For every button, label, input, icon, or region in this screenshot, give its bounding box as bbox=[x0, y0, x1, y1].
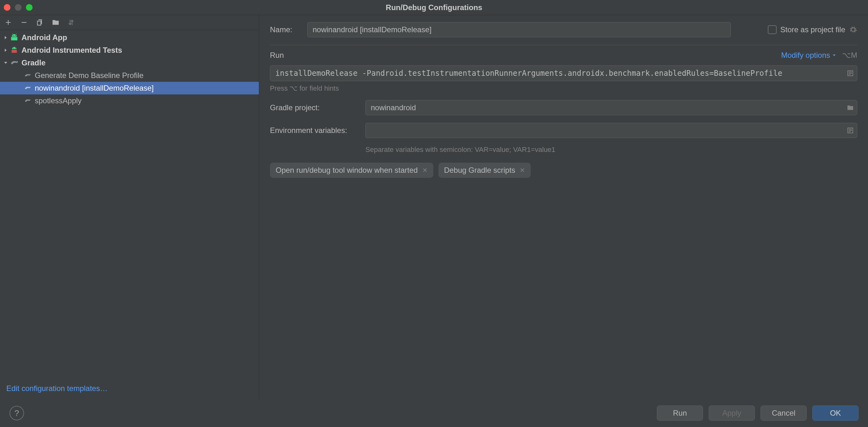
apply-button[interactable]: Apply bbox=[709, 405, 755, 421]
svg-point-2 bbox=[13, 48, 13, 48]
modify-options-label: Modify options bbox=[781, 51, 830, 60]
store-as-project-file-group: Store as project file bbox=[768, 25, 857, 34]
cancel-label: Cancel bbox=[772, 409, 796, 418]
remove-configuration-button[interactable] bbox=[18, 18, 30, 27]
apply-label: Apply bbox=[722, 409, 741, 418]
chip-remove-icon[interactable]: ✕ bbox=[520, 166, 525, 174]
divider bbox=[270, 45, 857, 45]
tree-group-label: Android App bbox=[22, 33, 67, 42]
env-vars-row: Environment variables: bbox=[270, 123, 857, 138]
sort-configurations-button[interactable] bbox=[65, 18, 78, 27]
gradle-project-input[interactable] bbox=[365, 100, 857, 115]
chevron-right-icon bbox=[3, 34, 9, 41]
chip-open-tool-window[interactable]: Open run/debug tool window when started … bbox=[270, 163, 433, 178]
gradle-task-icon bbox=[23, 84, 32, 93]
plus-icon bbox=[4, 18, 12, 27]
modify-options-link[interactable]: Modify options bbox=[781, 51, 836, 60]
tree-group-label: Android Instrumented Tests bbox=[22, 46, 122, 55]
tree-item-label: Generate Demo Baseline Profile bbox=[35, 71, 144, 80]
tree-item-label: nowinandroid [installDemoRelease] bbox=[35, 84, 154, 93]
gradle-project-label: Gradle project: bbox=[270, 103, 365, 112]
run-button[interactable]: Run bbox=[657, 405, 703, 421]
run-section-title: Run bbox=[270, 51, 284, 60]
tasks-input[interactable] bbox=[270, 65, 857, 81]
maximize-window-button[interactable] bbox=[26, 4, 33, 11]
close-window-button[interactable] bbox=[4, 4, 10, 11]
chevron-right-icon bbox=[3, 47, 9, 53]
folder-browse-icon[interactable] bbox=[846, 104, 854, 111]
gradle-icon bbox=[9, 59, 19, 67]
store-as-project-file-checkbox[interactable] bbox=[768, 25, 777, 34]
traffic-lights bbox=[4, 4, 33, 11]
tree-group-gradle[interactable]: Gradle bbox=[0, 57, 259, 69]
add-configuration-button[interactable] bbox=[2, 18, 14, 27]
env-vars-input[interactable] bbox=[365, 123, 857, 138]
cancel-button[interactable]: Cancel bbox=[761, 405, 807, 421]
name-row: Name: Store as project file bbox=[270, 22, 857, 37]
expand-field-icon[interactable] bbox=[846, 127, 854, 134]
gradle-task-icon bbox=[23, 71, 32, 80]
chevron-down-icon bbox=[3, 60, 9, 66]
gradle-project-row: Gradle project: bbox=[270, 100, 857, 115]
tree-item-install-demo-release[interactable]: nowinandroid [installDemoRelease] bbox=[0, 82, 259, 94]
modify-options-group: Modify options ⌥M bbox=[781, 51, 857, 60]
minimize-window-button[interactable] bbox=[15, 4, 22, 11]
tree-item-generate-baseline[interactable]: Generate Demo Baseline Profile bbox=[0, 69, 259, 82]
content-panel: Name: Store as project file Run Modify o… bbox=[259, 15, 868, 399]
chip-label: Debug Gradle scripts bbox=[444, 166, 515, 175]
store-as-project-file-label: Store as project file bbox=[780, 25, 845, 34]
tree-item-spotless-apply[interactable]: spotlessApply bbox=[0, 94, 259, 107]
tree-group-label: Gradle bbox=[22, 59, 45, 67]
chevron-down-icon bbox=[832, 53, 836, 58]
svg-point-3 bbox=[15, 48, 16, 48]
android-icon bbox=[9, 33, 19, 42]
chip-remove-icon[interactable]: ✕ bbox=[422, 166, 428, 174]
dialog-window: Run/Debug Configurations bbox=[0, 0, 868, 427]
chip-debug-gradle-scripts[interactable]: Debug Gradle scripts ✕ bbox=[438, 163, 531, 178]
tree-item-label: spotlessApply bbox=[35, 96, 82, 105]
gradle-task-icon bbox=[23, 96, 32, 105]
sort-icon bbox=[67, 18, 75, 27]
main-area: Android App Android Instrumented Tests bbox=[0, 15, 868, 399]
configuration-tree: Android App Android Instrumented Tests bbox=[0, 30, 259, 378]
tree-group-android-app[interactable]: Android App bbox=[0, 31, 259, 44]
minus-icon bbox=[20, 18, 28, 27]
button-bar: ? Run Apply Cancel OK bbox=[0, 399, 868, 427]
android-test-icon bbox=[9, 46, 19, 55]
window-title: Run/Debug Configurations bbox=[385, 3, 482, 12]
edit-templates-link[interactable]: Edit configuration templates… bbox=[6, 384, 107, 393]
svg-point-1 bbox=[15, 35, 16, 36]
run-section-header: Run Modify options ⌥M bbox=[270, 51, 857, 60]
expand-field-icon[interactable] bbox=[846, 69, 854, 77]
env-vars-label: Environment variables: bbox=[270, 126, 365, 135]
copy-configuration-button[interactable] bbox=[33, 18, 46, 27]
run-label: Run bbox=[673, 409, 687, 418]
titlebar: Run/Debug Configurations bbox=[0, 0, 868, 15]
name-label: Name: bbox=[270, 25, 299, 34]
sidebar-toolbar bbox=[0, 15, 259, 30]
sidebar: Android App Android Instrumented Tests bbox=[0, 15, 259, 399]
option-chips: Open run/debug tool window when started … bbox=[270, 163, 857, 178]
modify-options-shortcut: ⌥M bbox=[842, 51, 857, 60]
name-input[interactable] bbox=[307, 22, 731, 37]
gear-icon[interactable] bbox=[849, 26, 857, 34]
chip-label: Open run/debug tool window when started bbox=[276, 166, 418, 175]
sidebar-footer: Edit configuration templates… bbox=[0, 378, 259, 399]
help-label: ? bbox=[14, 408, 19, 418]
folder-save-icon bbox=[52, 18, 60, 27]
save-configuration-button[interactable] bbox=[49, 18, 62, 27]
ok-button[interactable]: OK bbox=[812, 405, 859, 421]
tasks-input-wrap bbox=[270, 65, 857, 81]
tasks-hint: Press ⌥ for field hints bbox=[270, 84, 857, 93]
help-button[interactable]: ? bbox=[9, 406, 24, 420]
copy-icon bbox=[36, 18, 44, 27]
tree-group-android-tests[interactable]: Android Instrumented Tests bbox=[0, 44, 259, 57]
svg-rect-4 bbox=[12, 50, 17, 53]
ok-label: OK bbox=[830, 409, 841, 418]
env-vars-hint: Separate variables with semicolon: VAR=v… bbox=[365, 145, 857, 154]
svg-point-0 bbox=[13, 35, 13, 36]
